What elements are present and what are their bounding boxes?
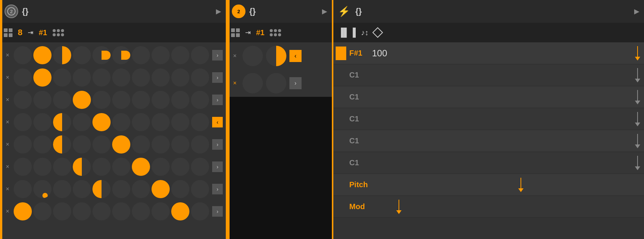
cell[interactable] [152,113,170,131]
left-grid-icon[interactable] [4,28,13,37]
cell[interactable] [33,46,52,64]
cell[interactable] [191,158,209,176]
cell[interactable] [112,158,130,176]
cell[interactable] [191,113,209,131]
cell[interactable] [14,46,32,64]
mod-slider[interactable] [395,196,642,217]
cell[interactable] [152,180,170,198]
row-arrow-1[interactable]: › [212,50,223,61]
cell[interactable] [53,46,71,64]
cell[interactable] [171,135,189,154]
note-slider-2[interactable] [395,64,642,86]
cell[interactable] [191,46,209,64]
diamond-icon[interactable] [372,27,383,38]
cell[interactable] [73,91,91,109]
cell[interactable] [152,135,170,154]
cell[interactable] [152,68,170,87]
cell[interactable] [132,46,150,64]
mid-cell-2[interactable] [266,46,286,66]
row-arrow-7[interactable]: › [212,184,223,194]
cell[interactable] [53,113,71,131]
row-arrow-5[interactable]: › [212,139,223,150]
cell[interactable] [92,46,111,64]
cell[interactable] [112,113,130,131]
cell[interactable] [132,180,150,198]
bars-icon[interactable]: ▐▌▐ [338,28,356,37]
cell[interactable] [53,91,71,109]
cell[interactable] [73,180,91,198]
left-grid2-icon[interactable] [53,29,64,36]
cell[interactable] [14,135,32,154]
cell[interactable] [33,202,52,220]
cell[interactable] [132,68,150,87]
row-arrow-8[interactable]: › [212,206,223,217]
cell[interactable] [33,113,52,131]
cell[interactable] [191,91,209,109]
cell[interactable] [33,135,52,154]
cell[interactable] [112,135,130,154]
cell[interactable] [191,180,209,198]
cell[interactable] [171,158,189,176]
cell[interactable] [171,180,189,198]
cell[interactable] [191,68,209,87]
cell[interactable] [92,158,111,176]
mute-2[interactable]: × [3,74,12,81]
mute-7[interactable]: × [3,186,12,192]
note-slider-3[interactable] [395,86,642,108]
cell[interactable] [132,113,150,131]
cell[interactable] [33,158,52,176]
cell[interactable] [92,135,111,154]
row-arrow-3[interactable]: › [212,95,223,105]
mid-mute-1[interactable]: × [230,53,239,59]
cell[interactable] [112,202,130,220]
mute-1[interactable]: × [3,52,12,59]
cell[interactable] [33,180,52,198]
mid-mute-2[interactable]: × [230,80,239,87]
row-arrow-6[interactable]: › [212,161,223,172]
left-play-button[interactable]: ▶ [216,7,221,16]
cell[interactable] [152,46,170,64]
note-slider-1[interactable] [395,42,642,64]
cell[interactable] [14,180,32,198]
cell[interactable] [14,158,32,176]
cell[interactable] [171,91,189,109]
left-import-icon[interactable]: ⇥ [28,28,33,37]
cell[interactable] [73,46,91,64]
cell[interactable] [171,68,189,87]
note-slider-5[interactable] [395,130,642,152]
cell[interactable] [152,158,170,176]
cell[interactable] [73,113,91,131]
cell[interactable] [73,135,91,154]
pitch-slider[interactable] [395,174,642,196]
row-arrow-4[interactable]: ‹ [212,117,223,127]
cell[interactable] [53,135,71,154]
mute-5[interactable]: × [3,141,12,148]
mute-6[interactable]: × [3,163,12,170]
right-play-button[interactable]: ▶ [634,7,639,16]
mute-4[interactable]: × [3,119,12,126]
cell[interactable] [53,68,71,87]
mid-cell-3[interactable] [242,73,263,93]
cell[interactable] [132,91,150,109]
note-slider-6[interactable] [395,152,642,174]
mute-3[interactable]: × [3,96,12,103]
cell[interactable] [73,202,91,220]
middle-grid2-icon[interactable] [270,29,281,36]
cell[interactable] [171,113,189,131]
cell[interactable] [53,202,71,220]
cell[interactable] [112,180,130,198]
cell[interactable] [92,68,111,87]
cell[interactable] [92,113,111,131]
mid-cell-1[interactable] [242,46,263,66]
cell[interactable] [53,158,71,176]
note-slider-4[interactable] [395,108,642,130]
cell[interactable] [92,180,111,198]
cell[interactable] [112,68,130,87]
cell[interactable] [92,91,111,109]
cell[interactable] [14,113,32,131]
note-icon[interactable]: ♪↕ [361,28,369,37]
cell[interactable] [171,202,189,220]
cell[interactable] [152,91,170,109]
middle-pattern-label[interactable]: #1 [256,28,264,37]
cell[interactable] [191,135,209,154]
